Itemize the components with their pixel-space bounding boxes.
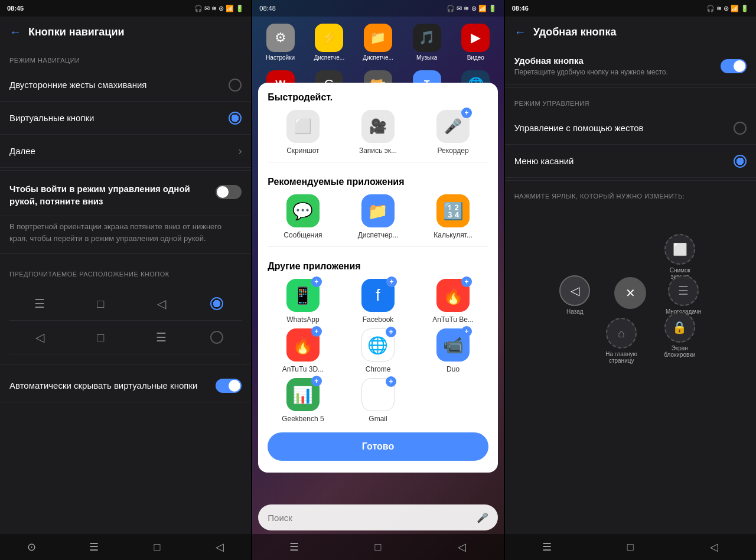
other-app-antutu2[interactable]: 🔥 + AnTuTu 3D...	[268, 328, 338, 373]
quick-app-recorder[interactable]: 🎤 + Рекордер	[418, 110, 488, 155]
app-video[interactable]: ▶ Видео	[452, 21, 499, 63]
nav-back-3[interactable]: ◁	[702, 535, 726, 559]
gesture-mode-radio[interactable]	[734, 122, 747, 135]
mode-section-label: РЕЖИМ УПРАВЛЕНИЯ	[505, 90, 756, 112]
section-nav-label: РЕЖИМ НАВИГАЦИИ	[0, 47, 251, 69]
other-icon-chrome: 🌐 +	[361, 328, 395, 362]
touch-mode-radio[interactable]	[734, 155, 747, 168]
setting-next[interactable]: Далее ›	[0, 135, 251, 168]
search-input[interactable]	[268, 513, 471, 523]
other-icon-duo: 📹 +	[436, 328, 470, 362]
nav-home-1[interactable]: □	[145, 535, 169, 559]
nav-circle-1[interactable]: ⊙	[19, 535, 43, 559]
nav-menu-1[interactable]: ☰	[82, 535, 106, 559]
status-icons-3: 🎧 ≋ ⊛ 📶 🔋	[706, 5, 749, 12]
app-dispatcher2[interactable]: 📁 Диспетче...	[355, 21, 402, 63]
other-app-duo[interactable]: 📹 + Duo	[418, 328, 488, 373]
nav-home-2[interactable]: □	[366, 535, 390, 559]
app-settings[interactable]: ⚙ Настройки	[257, 21, 304, 63]
rec-app-messages[interactable]: 💬 Сообщения	[268, 194, 338, 239]
add-badge-recorder: +	[461, 108, 472, 118]
other-app-facebook[interactable]: f + Facebook	[343, 279, 413, 324]
status-icons-1: 🎧 ✉ ≋ ⊛ 📶 🔋	[194, 5, 244, 12]
swipe-radio[interactable]	[229, 79, 242, 92]
back-button-3[interactable]: ←	[514, 25, 526, 39]
recommended-apps-grid: 💬 Сообщения 📁 Диспетчер... 🔢 Калькулят..…	[258, 192, 497, 242]
add-badge-whatsapp: +	[311, 276, 322, 287]
p1-content: РЕЖИМ НАВИГАЦИИ Двусторонние жесты смахи…	[0, 47, 251, 534]
panel-comfort-button: 08:46 🎧 ≋ ⊛ 📶 🔋 ← Удобная кнопка Удобная…	[505, 0, 756, 560]
layout-icon-menu-2: ☰	[149, 325, 173, 349]
page-title-3: Удобная кнопка	[533, 26, 617, 38]
chevron-icon: ›	[239, 146, 242, 157]
back-button-1[interactable]: ←	[9, 25, 21, 39]
layout-row-1: ☰ □ ◁	[9, 287, 242, 321]
panel-navigation-buttons: 08:45 🎧 ✉ ≋ ⊛ 📶 🔋 ← Кнопки навигации РЕЖ…	[0, 0, 251, 560]
modal-divider-2	[268, 246, 488, 247]
layout-radio-1[interactable]	[210, 297, 223, 310]
comfort-btn-setting[interactable]: Удобная кнопка Перетащите удобную кнопку…	[505, 47, 756, 85]
rec-icon-dispatcher: 📁	[361, 194, 395, 227]
nav-home-3[interactable]: □	[618, 535, 642, 559]
quick-icon-recorder: 🎤 +	[436, 110, 470, 143]
cm-home[interactable]: ⌂ На главнуюстраницу	[605, 318, 637, 364]
autohide-toggle[interactable]	[216, 379, 242, 393]
other-app-antutu1[interactable]: 🔥 + AnTuTu Be...	[418, 279, 488, 324]
cm-multitask[interactable]: ☰ Многозадачн	[666, 275, 701, 315]
other-label-duo: Duo	[447, 365, 460, 373]
comfort-sublabel: Перетащите удобную кнопку на нужное мест…	[514, 68, 721, 76]
other-icon-facebook: f +	[361, 279, 395, 312]
cm-screenshot[interactable]: ⬜ Снимокэкрана	[664, 234, 695, 280]
add-badge-chrome: +	[386, 327, 396, 337]
rec-app-dispatcher[interactable]: 📁 Диспетчер...	[343, 194, 413, 239]
rec-icon-calc: 🔢	[436, 194, 470, 227]
wallpaper-app-grid: ⚙ Настройки ⚡ Диспетче... 📁 Диспетче... …	[252, 17, 503, 66]
rec-label-calc: Калькулят...	[434, 231, 472, 239]
setting-virtual[interactable]: Виртуальные кнопки	[0, 102, 251, 135]
mic-icon[interactable]: 🎤	[477, 512, 488, 523]
other-app-whatsapp[interactable]: 📱 + WhatsApp	[268, 279, 338, 324]
cm-close[interactable]: ✕	[614, 277, 646, 309]
quick-icon-record: 🎥	[361, 110, 395, 143]
other-label-whatsapp: WhatsApp	[286, 315, 319, 324]
other-app-geekbench[interactable]: 📊 + Geekbench 5	[268, 378, 338, 423]
quick-icon-screenshot: ⬜	[286, 110, 320, 143]
nav-back-2[interactable]: ◁	[450, 535, 474, 559]
layout-icon-back-1: ◁	[149, 292, 173, 315]
modal-divider-1	[268, 162, 488, 162]
app-music[interactable]: 🎵 Музыка	[403, 21, 450, 63]
rec-app-calc[interactable]: 🔢 Калькулят...	[418, 194, 488, 239]
time-3: 08:46	[512, 5, 529, 12]
nav-menu-2[interactable]: ☰	[282, 535, 306, 559]
nav-menu-3[interactable]: ☰	[535, 535, 559, 559]
other-icon-whatsapp: 📱 +	[286, 279, 320, 312]
rec-label-dispatcher: Диспетчер...	[358, 231, 399, 239]
app-picker-modal: Быстродейст. ⬜ Скриншот 🎥 Запись эк... 🎤…	[258, 83, 497, 473]
cm-lock-label: Экранблокировки	[664, 345, 695, 358]
virtual-radio[interactable]	[229, 112, 242, 125]
touch-mode-label: Меню касаний	[514, 156, 734, 166]
other-app-gmail[interactable]: ✉ + Gmail	[343, 378, 413, 423]
comfort-toggle[interactable]	[721, 59, 747, 73]
setting-swipe[interactable]: Двусторонние жесты смахивания	[0, 69, 251, 102]
gesture-mode-setting[interactable]: Управление с помощью жестов	[505, 112, 756, 145]
autohide-setting[interactable]: Автоматически скрывать виртуальные кнопк…	[0, 369, 251, 402]
quick-app-record[interactable]: 🎥 Запись эк...	[343, 110, 413, 155]
cm-back-label: Назад	[566, 308, 584, 315]
topbar-3: ← Удобная кнопка	[505, 17, 756, 47]
touch-mode-setting[interactable]: Меню касаний	[505, 145, 756, 178]
other-app-chrome[interactable]: 🌐 + Chrome	[343, 328, 413, 373]
nav-back-1[interactable]: ◁	[208, 535, 232, 559]
layout-radio-2[interactable]	[210, 331, 223, 344]
swipe-label: Двусторонние жесты смахивания	[9, 80, 229, 90]
app-dispatcher1[interactable]: ⚡ Диспетче...	[306, 21, 353, 63]
quick-label-recorder: Рекордер	[438, 146, 469, 155]
ready-button[interactable]: Готово	[268, 432, 488, 461]
page-title-1: Кнопки навигации	[28, 26, 125, 38]
onehand-toggle[interactable]	[216, 185, 242, 199]
cm-back[interactable]: ◁ Назад	[559, 275, 590, 315]
virtual-label: Виртуальные кнопки	[9, 113, 229, 123]
search-bar[interactable]: 🎤	[258, 504, 497, 530]
quick-app-screenshot[interactable]: ⬜ Скриншот	[268, 110, 338, 155]
cm-lock[interactable]: 🔒 Экранблокировки	[664, 312, 695, 358]
